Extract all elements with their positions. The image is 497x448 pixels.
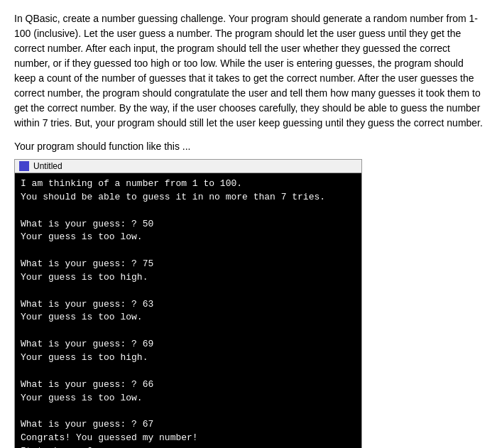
terminal-window: Untitled I am thinking of a number from … [14,159,362,448]
description-paragraph: In QBasic, create a number guessing chal… [14,11,483,131]
your-program-label: Your program should function like this .… [14,141,483,152]
terminal-title-bar: Untitled [15,160,361,173]
terminal-title-text: Untitled [33,161,62,171]
terminal-body: I am thinking of a number from 1 to 100.… [15,173,361,448]
terminal-icon [19,161,29,171]
